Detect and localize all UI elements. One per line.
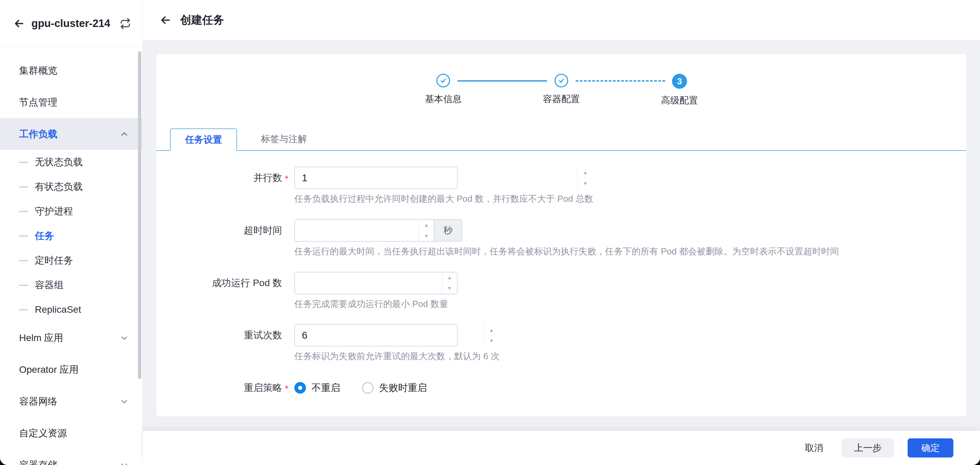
spinner-down-icon[interactable]: ▼ (578, 178, 592, 189)
number-spinner: ▲ ▼ (578, 167, 592, 188)
sidebar-header: gpu-cluster-214 (0, 0, 142, 47)
field-label: 超时时间 (156, 219, 282, 257)
tab-bar: 任务设置 标签与注解 (156, 128, 966, 151)
success-pods-input[interactable] (294, 272, 458, 294)
field-label: 重试次数 (156, 324, 282, 362)
previous-step-button[interactable]: 上一步 (842, 438, 894, 457)
field-label: 重启策略 (156, 377, 282, 401)
spinner-up-icon[interactable]: ▲ (442, 272, 457, 283)
sidebar-item-cluster-overview[interactable]: 集群概览 (0, 55, 142, 86)
step-done-check-icon (436, 74, 450, 88)
number-spinner: ▲ ▼ (484, 325, 499, 346)
dash-icon (19, 186, 28, 188)
sidebar-subitem-statefulsets[interactable]: 有状态负载 (0, 174, 142, 199)
number-spinner: ▲ ▼ (442, 272, 457, 294)
sidebar-subitem-cronjobs[interactable]: 定时任务 (0, 248, 142, 273)
cancel-button[interactable]: 取消 (800, 442, 828, 454)
dash-icon (19, 162, 28, 163)
dash-icon (19, 260, 28, 261)
sidebar-item-custom-resources[interactable]: 自定义资源 (0, 417, 142, 449)
radio-no-restart[interactable]: 不重启 (294, 381, 340, 394)
radio-selected-icon (294, 382, 306, 393)
required-asterisk: * (282, 167, 294, 205)
timeout-input[interactable] (294, 219, 434, 242)
step-label: 基本信息 (425, 93, 462, 105)
confirm-button[interactable]: 确定 (908, 438, 953, 457)
sidebar-subitem-jobs[interactable]: 任务 (0, 224, 142, 248)
radio-label: 失败时重启 (379, 381, 427, 394)
sidebar-subitem-label: 定时任务 (35, 254, 73, 267)
spinner-down-icon[interactable]: ▼ (484, 336, 499, 346)
sidebar-nav: 集群概览 节点管理 工作负载 无状态负载 有状态负载 守护进程 (0, 47, 142, 465)
sidebar-subitem-pods[interactable]: 容器组 (0, 273, 142, 297)
spinner-down-icon[interactable]: ▼ (419, 231, 434, 241)
timeout-unit-suffix: 秒 (434, 219, 462, 242)
parallelism-input[interactable] (294, 167, 458, 189)
required-asterisk: * (282, 377, 294, 401)
tab-labels-annotations[interactable]: 标签与注解 (247, 128, 321, 150)
sidebar-subitem-daemonsets[interactable]: 守护进程 (0, 199, 142, 224)
number-spinner: ▲ ▼ (418, 220, 434, 241)
sidebar-subitem-deployments[interactable]: 无状态负载 (0, 150, 142, 174)
sidebar-subitem-label: 守护进程 (35, 205, 73, 218)
sidebar-item-label: 集群概览 (19, 64, 57, 77)
spinner-up-icon[interactable]: ▲ (578, 167, 592, 178)
page-back-icon[interactable] (159, 14, 172, 27)
step-label: 容器配置 (543, 93, 580, 105)
sidebar-item-helm-apps[interactable]: Helm 应用 (0, 322, 142, 354)
cluster-name: gpu-cluster-214 (32, 18, 110, 30)
sidebar-scrollbar[interactable] (138, 51, 142, 379)
switch-cluster-icon[interactable] (120, 18, 131, 29)
stepper: 基本信息 容器配置 3 高级配置 (156, 54, 966, 107)
step-advanced-config: 3 高级配置 (672, 74, 687, 107)
chevron-down-icon (120, 460, 129, 465)
chevron-down-icon (120, 397, 129, 406)
sidebar-item-workloads[interactable]: 工作负载 (0, 118, 142, 150)
sidebar: gpu-cluster-214 集群概览 节点管理 工作负载 无状态负载 (0, 0, 143, 465)
sidebar-item-label: Operator 应用 (19, 363, 78, 376)
field-label: 并行数 (156, 167, 282, 205)
field-helper: 任务标识为失败前允许重试的最大次数，默认为 6 次 (294, 350, 500, 362)
sidebar-item-label: 容器网络 (19, 395, 57, 408)
sidebar-subitem-label: 有状态负载 (35, 180, 83, 193)
form-row-restart-policy: 重启策略 * 不重启 失败时重启 (156, 377, 966, 401)
required-asterisk (282, 219, 294, 257)
tab-job-settings[interactable]: 任务设置 (170, 128, 237, 151)
field-helper: 任务负载执行过程中允许同时创建的最大 Pod 数，并行数应不大于 Pod 总数 (294, 193, 593, 205)
job-settings-form: 并行数 * ▲ ▼ 任务负载执行过程中允许同时创建的最大 Pod 数，并行数应不… (156, 151, 966, 401)
sidebar-item-label: 自定义资源 (19, 427, 67, 440)
app-window: gpu-cluster-214 集群概览 节点管理 工作负载 无状态负载 (0, 0, 980, 465)
sidebar-subitem-replicaset[interactable]: ReplicaSet (0, 297, 142, 322)
page-title: 创建任务 (180, 13, 224, 28)
sidebar-item-operator-apps[interactable]: Operator 应用 (0, 354, 142, 385)
sidebar-item-label: 工作负载 (19, 128, 57, 141)
spinner-up-icon[interactable]: ▲ (484, 325, 499, 336)
step-connector-solid (458, 80, 547, 81)
retry-limit-input[interactable] (294, 324, 458, 347)
spinner-down-icon[interactable]: ▼ (442, 283, 457, 294)
sidebar-item-label: Helm 应用 (19, 331, 63, 344)
sidebar-item-node-management[interactable]: 节点管理 (0, 86, 142, 118)
step-basic-info: 基本信息 (436, 74, 451, 105)
form-row-retry-limit: 重试次数 ▲ ▼ 任务标识为失败前允许重试的最大次数，默认为 6 次 (156, 324, 966, 362)
sidebar-item-container-network[interactable]: 容器网络 (0, 385, 142, 417)
required-asterisk (282, 272, 294, 310)
back-icon[interactable] (12, 16, 27, 31)
main-area: 创建任务 基本信息 容器配 (143, 0, 980, 465)
field-helper: 任务运行的最大时间，当任务执行超出该时间时，任务将会被标识为执行失败，任务下的所… (294, 246, 839, 257)
spinner-up-icon[interactable]: ▲ (419, 220, 434, 231)
required-asterisk (282, 324, 294, 362)
sidebar-item-container-storage[interactable]: 容器存储 (0, 449, 142, 465)
action-footer: 取消 上一步 确定 (143, 431, 980, 465)
radio-label: 不重启 (312, 381, 340, 394)
sidebar-item-label: 容器存储 (19, 459, 57, 465)
field-label: 成功运行 Pod 数 (156, 272, 282, 310)
step-done-check-icon (555, 74, 568, 88)
form-row-parallelism: 并行数 * ▲ ▼ 任务负载执行过程中允许同时创建的最大 Pod 数，并行数应不… (156, 167, 966, 205)
sidebar-subitem-label: 容器组 (35, 279, 64, 291)
radio-restart-on-failure[interactable]: 失败时重启 (362, 381, 427, 394)
chevron-up-icon (120, 130, 129, 139)
dash-icon (19, 236, 28, 237)
step-current-number: 3 (672, 74, 687, 89)
step-connector-dashed (576, 80, 665, 81)
